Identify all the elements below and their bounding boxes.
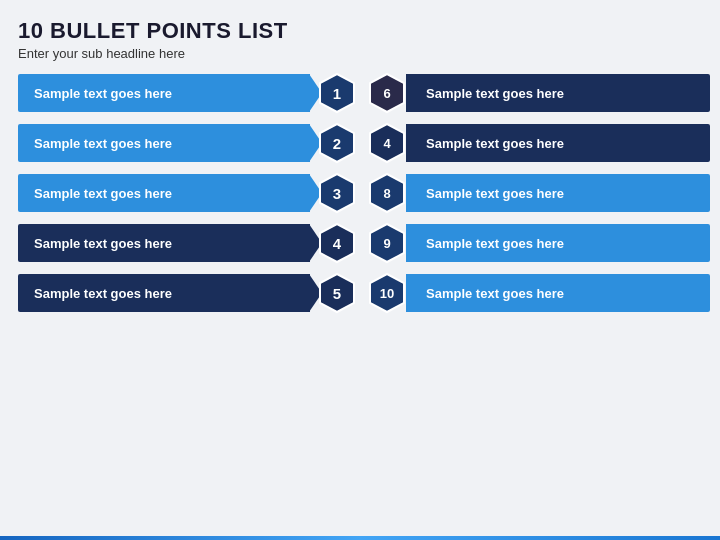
- bar-right-text-4: Sample text goes here: [426, 236, 564, 251]
- hex-left-1: 1: [316, 72, 358, 114]
- bullet-left-4: Sample text goes here 4: [18, 222, 358, 264]
- bullet-left-2: Sample text goes here 2: [18, 122, 358, 164]
- bar-left-5: Sample text goes here: [18, 274, 310, 312]
- bar-right-1: Sample text goes here: [406, 74, 710, 112]
- bullet-left-5: Sample text goes here 5: [18, 272, 358, 314]
- bar-right-3: Sample text goes here: [406, 174, 710, 212]
- bar-left-text-1: Sample text goes here: [34, 86, 172, 101]
- bullet-right-3: 8Sample text goes here: [366, 172, 710, 214]
- bullet-list: Sample text goes here 1 6Sample text goe…: [18, 71, 702, 315]
- row: Sample text goes here 5 10Sample text go…: [18, 271, 702, 315]
- bar-left-text-4: Sample text goes here: [34, 236, 172, 251]
- bar-left-2: Sample text goes here: [18, 124, 310, 162]
- hex-right-1: 6: [366, 72, 408, 114]
- hex-left-5: 5: [316, 272, 358, 314]
- bar-right-text-5: Sample text goes here: [426, 286, 564, 301]
- row: Sample text goes here 3 8Sample text goe…: [18, 171, 702, 215]
- bullet-right-1: 6Sample text goes here: [366, 72, 710, 114]
- hex-right-4: 9: [366, 222, 408, 264]
- bar-right-2: Sample text goes here: [406, 124, 710, 162]
- bar-right-text-3: Sample text goes here: [426, 186, 564, 201]
- bar-right-text-2: Sample text goes here: [426, 136, 564, 151]
- bar-right-text-1: Sample text goes here: [426, 86, 564, 101]
- bar-right-4: Sample text goes here: [406, 224, 710, 262]
- bullet-right-2: 4Sample text goes here: [366, 122, 710, 164]
- bullet-right-4: 9Sample text goes here: [366, 222, 710, 264]
- hex-right-2: 4: [366, 122, 408, 164]
- hex-left-3: 3: [316, 172, 358, 214]
- hex-left-4: 4: [316, 222, 358, 264]
- page-title: 10 BULLET POINTS LIST: [18, 18, 702, 44]
- bar-left-3: Sample text goes here: [18, 174, 310, 212]
- hex-right-5: 10: [366, 272, 408, 314]
- row: Sample text goes here 2 4Sample text goe…: [18, 121, 702, 165]
- bullet-left-1: Sample text goes here 1: [18, 72, 358, 114]
- bullet-right-5: 10Sample text goes here: [366, 272, 710, 314]
- hex-right-3: 8: [366, 172, 408, 214]
- page-subtitle: Enter your sub headline here: [18, 46, 702, 61]
- bar-left-4: Sample text goes here: [18, 224, 310, 262]
- page: 10 BULLET POINTS LIST Enter your sub hea…: [0, 0, 720, 540]
- bar-left-text-2: Sample text goes here: [34, 136, 172, 151]
- hex-left-2: 2: [316, 122, 358, 164]
- bar-left-text-5: Sample text goes here: [34, 286, 172, 301]
- row: Sample text goes here 4 9Sample text goe…: [18, 221, 702, 265]
- bar-right-5: Sample text goes here: [406, 274, 710, 312]
- row: Sample text goes here 1 6Sample text goe…: [18, 71, 702, 115]
- bullet-left-3: Sample text goes here 3: [18, 172, 358, 214]
- bottom-bar: [0, 536, 720, 540]
- bar-left-text-3: Sample text goes here: [34, 186, 172, 201]
- bar-left-1: Sample text goes here: [18, 74, 310, 112]
